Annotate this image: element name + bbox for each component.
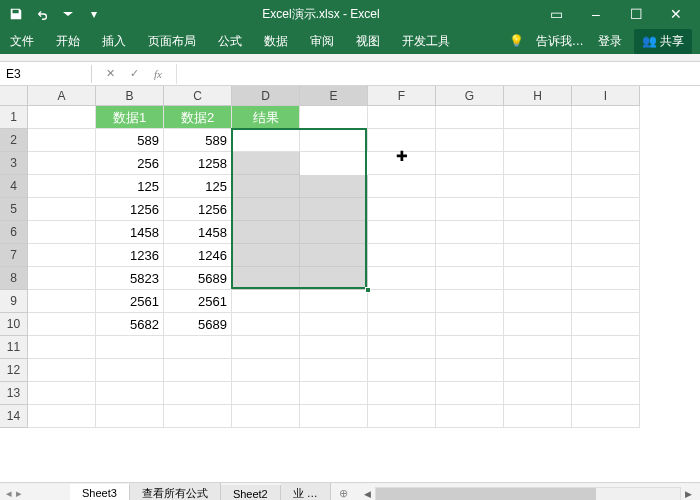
hscroll-right[interactable]: ▶ [685, 489, 692, 499]
cell[interactable] [368, 129, 436, 152]
cell[interactable] [300, 290, 368, 313]
cell[interactable] [436, 405, 504, 428]
cell[interactable] [232, 267, 300, 290]
cell[interactable] [232, 129, 300, 152]
cell[interactable] [28, 152, 96, 175]
cell[interactable] [232, 313, 300, 336]
cell[interactable] [28, 221, 96, 244]
ribbon-display-button[interactable]: ▭ [536, 0, 576, 28]
cell[interactable] [28, 336, 96, 359]
cell[interactable]: 5682 [96, 313, 164, 336]
cell[interactable] [28, 290, 96, 313]
cell[interactable]: 1256 [164, 198, 232, 221]
row-header[interactable]: 9 [0, 290, 28, 313]
cell[interactable] [368, 359, 436, 382]
cell[interactable] [504, 405, 572, 428]
cell[interactable] [164, 405, 232, 428]
sheet-tab-more[interactable]: 业 … [281, 483, 331, 500]
tab-developer[interactable]: 开发工具 [400, 29, 452, 54]
cell[interactable] [368, 405, 436, 428]
cell[interactable]: 5823 [96, 267, 164, 290]
cell[interactable] [232, 290, 300, 313]
cell[interactable] [368, 152, 436, 175]
qat-customize-button[interactable]: ▾ [82, 2, 106, 26]
cell[interactable] [232, 175, 300, 198]
tab-formulas[interactable]: 公式 [216, 29, 244, 54]
row-header[interactable]: 13 [0, 382, 28, 405]
cell[interactable] [28, 359, 96, 382]
cell[interactable] [300, 405, 368, 428]
cell[interactable] [300, 221, 368, 244]
cell[interactable] [368, 198, 436, 221]
cell[interactable] [28, 129, 96, 152]
cell[interactable] [436, 106, 504, 129]
cell[interactable]: 5689 [164, 267, 232, 290]
cell[interactable] [572, 267, 640, 290]
column-header[interactable]: D [232, 86, 300, 106]
cell[interactable]: 1236 [96, 244, 164, 267]
tab-review[interactable]: 审阅 [308, 29, 336, 54]
cell[interactable] [300, 336, 368, 359]
row-header[interactable]: 2 [0, 129, 28, 152]
cell[interactable] [436, 175, 504, 198]
cell[interactable] [572, 175, 640, 198]
cell[interactable]: 结果 [232, 106, 300, 129]
select-all-corner[interactable] [0, 86, 28, 106]
cell[interactable] [436, 152, 504, 175]
close-button[interactable]: ✕ [656, 0, 696, 28]
cell[interactable] [232, 382, 300, 405]
tab-insert[interactable]: 插入 [100, 29, 128, 54]
cell[interactable] [28, 267, 96, 290]
cell[interactable] [232, 359, 300, 382]
undo-button[interactable] [30, 2, 54, 26]
tab-view[interactable]: 视图 [354, 29, 382, 54]
cell[interactable] [504, 152, 572, 175]
cell[interactable] [368, 244, 436, 267]
add-sheet-button[interactable]: ⊕ [331, 487, 356, 500]
cell[interactable] [368, 106, 436, 129]
cell[interactable] [300, 313, 368, 336]
cell[interactable]: 256 [96, 152, 164, 175]
cell[interactable] [28, 382, 96, 405]
cell[interactable] [300, 359, 368, 382]
cell[interactable] [96, 382, 164, 405]
column-header[interactable]: I [572, 86, 640, 106]
cell[interactable] [572, 336, 640, 359]
row-header[interactable]: 14 [0, 405, 28, 428]
cell[interactable]: 2561 [164, 290, 232, 313]
cell[interactable] [300, 152, 368, 175]
cell[interactable]: 125 [96, 175, 164, 198]
tab-home[interactable]: 开始 [54, 29, 82, 54]
tab-file[interactable]: 文件 [8, 29, 36, 54]
minimize-button[interactable]: – [576, 0, 616, 28]
redo-button[interactable] [56, 2, 80, 26]
cell[interactable] [572, 106, 640, 129]
cell[interactable] [436, 313, 504, 336]
cell[interactable] [368, 336, 436, 359]
row-header[interactable]: 6 [0, 221, 28, 244]
hscroll-left[interactable]: ◀ [364, 489, 371, 499]
cell[interactable] [164, 336, 232, 359]
cell[interactable] [504, 129, 572, 152]
tab-layout[interactable]: 页面布局 [146, 29, 198, 54]
cell[interactable] [504, 175, 572, 198]
cell[interactable] [368, 267, 436, 290]
sheet-tab[interactable]: Sheet2 [221, 485, 281, 501]
cell[interactable]: 1458 [96, 221, 164, 244]
column-header[interactable]: C [164, 86, 232, 106]
cell[interactable]: 数据1 [96, 106, 164, 129]
cell[interactable] [368, 290, 436, 313]
maximize-button[interactable]: ☐ [616, 0, 656, 28]
share-button[interactable]: 👥 共享 [634, 29, 692, 54]
row-header[interactable]: 7 [0, 244, 28, 267]
insert-function-button[interactable]: fx [148, 64, 168, 84]
formula-confirm-button[interactable]: ✓ [124, 64, 144, 84]
cell[interactable]: 2561 [96, 290, 164, 313]
cell[interactable] [572, 152, 640, 175]
cell[interactable] [504, 313, 572, 336]
tab-nav-first[interactable]: ◂ [6, 487, 12, 500]
tab-nav-last[interactable]: ▸ [16, 487, 22, 500]
cell[interactable] [28, 244, 96, 267]
cell[interactable] [504, 290, 572, 313]
cell[interactable] [300, 267, 368, 290]
